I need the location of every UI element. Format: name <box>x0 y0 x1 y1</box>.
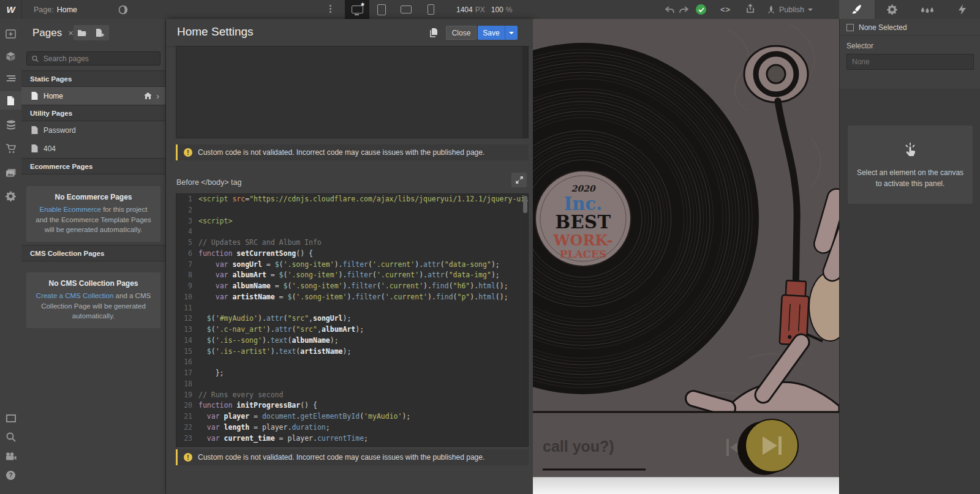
close-button[interactable]: Close <box>446 26 477 40</box>
code-line[interactable]: 8 var albumArt = $('.song-item').filter(… <box>176 270 528 281</box>
save-options-caret[interactable] <box>505 26 518 40</box>
components-cube-icon[interactable] <box>0 47 21 65</box>
code-line[interactable]: 22 var length = player.duration; <box>176 422 528 433</box>
head-code-editor-partial[interactable] <box>176 46 529 138</box>
settings-title: Home Settings <box>177 25 254 39</box>
page-breadcrumb[interactable]: Page: Home <box>34 0 77 19</box>
webflow-logo-icon[interactable]: W <box>0 0 22 19</box>
code-line[interactable]: 14 $('.is--song').text(albumName); <box>176 335 528 346</box>
style-panel: None Selected Selector Select an element… <box>839 19 980 494</box>
selector-input[interactable] <box>846 54 974 70</box>
ecommerce-cart-icon[interactable] <box>0 140 21 158</box>
cms-collection-pages-section-header[interactable]: CMS Collection Pages <box>21 245 165 261</box>
select-element-hint-card: Select an element on the canvasto activa… <box>848 125 973 204</box>
code-line[interactable]: 15 $('.is--artist').text(artistName); <box>176 346 528 357</box>
code-line[interactable]: 9 var albumName = $('.song-item').filter… <box>176 281 528 292</box>
code-line[interactable]: 23 var current_time = player.currentTime… <box>176 433 528 444</box>
new-page-button[interactable] <box>91 25 109 40</box>
code-line[interactable]: 2 <box>176 205 528 216</box>
find-search-icon[interactable] <box>0 428 21 446</box>
svg-text:PLACES: PLACES <box>560 248 607 260</box>
settings-header: Home Settings Close Save <box>166 19 533 47</box>
tab-style-brush-icon[interactable] <box>839 0 875 19</box>
export-code-icon[interactable]: <> <box>720 0 731 19</box>
create-cms-collection-link[interactable]: Create a CMS Collection <box>36 292 114 299</box>
pages-search <box>26 51 160 65</box>
code-line[interactable]: 21 var player = document.getElementById(… <box>176 411 528 422</box>
search-pages-input[interactable] <box>42 54 155 64</box>
code-line[interactable]: 1<script src="https://cdnjs.cloudflare.c… <box>176 194 528 205</box>
add-elements-icon[interactable] <box>0 24 21 43</box>
pages-doc-icon[interactable] <box>0 91 21 110</box>
thumb <box>693 399 728 408</box>
expand-editor-button[interactable] <box>511 173 527 187</box>
code-line[interactable]: 19// Runs every second <box>176 390 528 401</box>
saved-status-icon[interactable] <box>696 4 706 15</box>
video-tutorials-icon[interactable] <box>0 447 21 465</box>
pages-panel-close-icon[interactable]: × <box>68 28 74 38</box>
publish-button[interactable]: Publish <box>767 0 813 19</box>
project-settings-gear-icon[interactable] <box>0 187 21 205</box>
selection-checkbox-icon[interactable] <box>846 24 854 31</box>
code-line[interactable]: 16 <box>176 357 528 368</box>
canvas-frame-icon[interactable] <box>0 409 21 427</box>
style-panel-body: Select an element on the canvasto activa… <box>840 89 980 494</box>
homepage-icon <box>144 92 152 99</box>
tab-interactions-bolt-icon[interactable] <box>945 0 980 19</box>
right-panel-tabs <box>839 0 980 19</box>
undo-icon[interactable] <box>665 0 675 19</box>
redo-icon[interactable] <box>679 0 689 19</box>
design-canvas[interactable]: 2020 Inc. BEST WORK- PLACES <box>533 19 839 494</box>
page-doc-icon <box>31 92 38 100</box>
toolbar-overflow-menu-icon[interactable] <box>330 5 331 13</box>
page-row-404[interactable]: 404 <box>21 140 165 157</box>
code-line[interactable]: 13 $('.c-nav_art').attr("src",albumArt); <box>176 324 528 335</box>
enable-ecommerce-link[interactable]: Enable Ecommerce <box>40 206 101 213</box>
assets-images-icon[interactable] <box>0 163 21 182</box>
warning-icon: ! <box>184 453 192 462</box>
help-icon[interactable]: ? <box>0 466 21 484</box>
top-toolbar: W Page: Home ★ 1404 PX 100 % <box>0 0 980 20</box>
scrollbar-track[interactable] <box>522 47 528 138</box>
device-tablet-icon[interactable] <box>369 0 394 19</box>
page-row-home[interactable]: Home › <box>21 87 165 105</box>
pages-panel: Pages × Static Pages Home › Utility P <box>21 19 166 494</box>
tab-settings-gear-icon[interactable] <box>875 0 910 19</box>
selector-label: Selector <box>846 42 873 50</box>
code-line[interactable]: 10 var artistName = $('.song-item').filt… <box>176 292 528 303</box>
share-icon[interactable] <box>745 4 756 15</box>
static-pages-section-header[interactable]: Static Pages <box>21 70 165 87</box>
tab-style-manager-drops-icon[interactable] <box>910 0 945 19</box>
device-phone-portrait-icon[interactable] <box>418 0 443 19</box>
publish-caret-icon <box>808 9 813 11</box>
new-folder-button[interactable] <box>74 25 91 40</box>
code-line[interactable]: 12 $('#myAudio').attr("src",songUrl); <box>176 313 528 324</box>
vinyl-turntable-illustration: 2020 Inc. BEST WORK- PLACES <box>533 19 839 494</box>
code-line[interactable]: 6function setCurrentSong() { <box>176 249 528 260</box>
code-line[interactable]: 17 }; <box>176 368 528 379</box>
preview-eye-icon[interactable] <box>115 2 131 17</box>
page-doc-icon <box>31 126 38 134</box>
scrollbar-thumb[interactable] <box>523 196 527 213</box>
page-row-password[interactable]: Password <box>21 121 165 139</box>
code-line[interactable]: 20function initProgressBar() { <box>176 400 528 411</box>
body-code-editor[interactable]: 1<script src="https://cdnjs.cloudflare.c… <box>176 193 529 447</box>
code-line[interactable]: 18 <box>176 379 528 390</box>
code-line[interactable]: 11 <box>176 303 528 314</box>
save-button[interactable]: Save <box>478 26 505 40</box>
code-line[interactable]: 5// Updates SRC and Album Info <box>176 238 528 249</box>
device-phone-landscape-icon[interactable] <box>394 0 418 19</box>
device-desktop-icon[interactable]: ★ <box>345 0 369 19</box>
home-settings-panel: Home Settings Close Save ! Custom code i… <box>166 19 533 494</box>
cms-database-icon[interactable] <box>0 116 21 134</box>
canvas-size-indicator[interactable]: 1404 PX 100 % <box>456 0 512 19</box>
utility-pages-section-header[interactable]: Utility Pages <box>21 105 165 121</box>
code-line[interactable]: 7 var songUrl = $('.song-item').filter('… <box>176 260 528 271</box>
code-line[interactable]: 4 <box>176 226 528 238</box>
navigator-layers-icon[interactable] <box>0 69 21 88</box>
page-settings-chevron-icon[interactable]: › <box>156 91 159 101</box>
duplicate-page-icon[interactable] <box>426 26 441 39</box>
code-line[interactable]: 3<script> <box>176 216 528 227</box>
custom-code-warning: ! Custom code is not validated. Incorrec… <box>176 144 529 160</box>
ecommerce-pages-section-header[interactable]: Ecommerce Pages <box>21 158 165 174</box>
